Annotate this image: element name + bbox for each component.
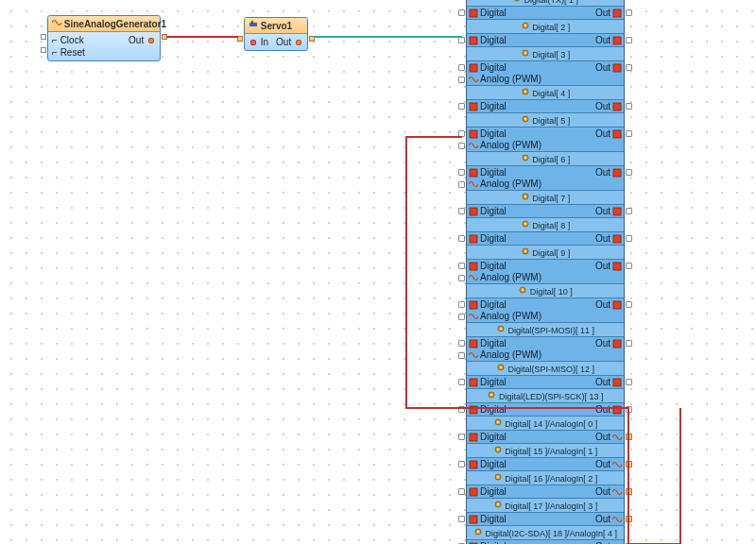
board-port[interactable] xyxy=(626,488,632,495)
pin-row[interactable]: DigitalOut xyxy=(467,375,624,388)
pin-row[interactable]: DigitalOut xyxy=(467,33,624,46)
board-port[interactable] xyxy=(458,103,465,110)
svg-rect-28 xyxy=(470,208,477,215)
board-port[interactable] xyxy=(458,461,465,468)
svg-rect-44 xyxy=(470,340,477,348)
board-port[interactable] xyxy=(626,379,632,385)
board-port[interactable] xyxy=(458,37,465,43)
board-port[interactable] xyxy=(458,76,465,83)
arduino-board-pins[interactable]: Digital(TX)[ 1 ] DigitalOut Digital[ 2 ]… xyxy=(466,0,625,544)
board-port[interactable] xyxy=(626,434,632,440)
reset-port[interactable] xyxy=(41,47,46,53)
board-port[interactable] xyxy=(458,314,465,320)
board-port[interactable] xyxy=(626,208,632,214)
pin-row[interactable]: DigitalOut xyxy=(467,457,624,470)
board-port[interactable] xyxy=(458,169,465,176)
board-port[interactable] xyxy=(458,9,465,16)
pin-clock[interactable]: ⌐ Clock xyxy=(52,35,84,45)
board-port[interactable] xyxy=(626,169,632,176)
analog-pwm-row[interactable]: Analog (PWM) xyxy=(467,178,624,190)
board-port[interactable] xyxy=(458,275,465,281)
board-port[interactable] xyxy=(458,181,465,188)
pin-section-title: Digital(SPI-MOSI)[ 11 ] xyxy=(467,322,624,336)
pin-row[interactable]: DigitalOut xyxy=(467,204,624,217)
pin-row[interactable]: DigitalOut xyxy=(467,231,624,245)
pin-out[interactable]: Out xyxy=(276,37,303,47)
analog-pwm-row[interactable]: Analog (PWM) xyxy=(467,272,624,283)
analog-pwm-row[interactable]: Analog (PWM) xyxy=(467,140,624,151)
out-label: Out xyxy=(595,128,610,139)
in-port[interactable] xyxy=(237,36,243,42)
svg-point-7 xyxy=(524,25,526,26)
out-label: Out xyxy=(595,167,610,178)
svg-rect-1 xyxy=(251,21,253,24)
pin-row[interactable]: DigitalOut xyxy=(467,402,624,416)
board-port[interactable] xyxy=(626,64,632,71)
board-port[interactable] xyxy=(626,9,632,16)
digital-label: Digital xyxy=(480,8,507,18)
pin-out[interactable]: Out xyxy=(129,35,156,45)
pin-row[interactable]: DigitalOut Analog (PWM) xyxy=(467,336,624,361)
stop-icon xyxy=(612,300,622,310)
out-port[interactable] xyxy=(309,36,315,42)
wave-icon xyxy=(469,312,478,321)
pin-row[interactable]: DigitalOut Analog (PWM) xyxy=(467,259,624,283)
analog-pwm-row[interactable]: Analog (PWM) xyxy=(467,349,624,361)
pin-row[interactable]: DigitalOut Analog (PWM) xyxy=(467,298,624,322)
board-port[interactable] xyxy=(626,130,632,137)
board-port[interactable] xyxy=(626,235,632,242)
pin-row[interactable]: DigitalOut Analog (PWM) xyxy=(467,127,624,151)
pin-row[interactable]: DigitalOut Analog (PWM) xyxy=(467,60,624,85)
board-port[interactable] xyxy=(626,340,632,347)
pin-reset[interactable]: ⌐ Reset xyxy=(52,47,85,58)
stop-icon xyxy=(469,378,478,387)
analog-label: Analog (PWM) xyxy=(480,140,541,150)
board-port[interactable] xyxy=(458,488,465,495)
out-label: Out xyxy=(595,514,610,524)
pin-row[interactable]: DigitalOut xyxy=(467,99,624,112)
digital-label: Digital xyxy=(480,35,507,45)
svg-rect-29 xyxy=(613,208,621,215)
sine-analog-generator-node[interactable]: SineAnalogGenerator1 ⌐ Clock Out ⌐ Reset xyxy=(47,15,161,61)
gear-icon xyxy=(473,527,483,536)
board-port[interactable] xyxy=(458,208,465,214)
analog-label: Analog (PWM) xyxy=(480,178,541,189)
clock-port[interactable] xyxy=(41,34,46,40)
board-port[interactable] xyxy=(626,301,632,308)
board-port[interactable] xyxy=(458,434,465,440)
board-port[interactable] xyxy=(458,516,465,522)
board-port[interactable] xyxy=(458,235,465,242)
pin-row[interactable]: DigitalOut xyxy=(467,512,624,525)
pin-row[interactable]: DigitalOut xyxy=(467,6,624,19)
board-port[interactable] xyxy=(458,263,465,269)
board-port[interactable] xyxy=(458,379,465,385)
board-port[interactable] xyxy=(626,461,632,468)
board-port[interactable] xyxy=(458,130,465,137)
stop-icon xyxy=(612,405,622,415)
pin-row[interactable]: DigitalOut xyxy=(467,484,624,498)
board-port[interactable] xyxy=(458,64,465,71)
wave-icon xyxy=(469,350,478,360)
board-port[interactable] xyxy=(626,263,632,269)
board-port[interactable] xyxy=(626,37,632,43)
board-port[interactable] xyxy=(626,516,632,522)
board-port[interactable] xyxy=(458,352,465,359)
board-port[interactable] xyxy=(458,340,465,347)
servo-node[interactable]: Servo1 In Out xyxy=(244,17,308,51)
svg-point-43 xyxy=(500,328,502,330)
board-port[interactable] xyxy=(458,406,465,413)
pin-row[interactable]: DigitalOut xyxy=(467,430,624,443)
analog-pwm-row[interactable]: Analog (PWM) xyxy=(467,311,624,322)
out-port[interactable] xyxy=(162,34,167,40)
analog-pwm-row[interactable]: Analog (PWM) xyxy=(467,74,624,85)
svg-rect-33 xyxy=(613,235,621,243)
board-port[interactable] xyxy=(458,301,465,308)
board-port[interactable] xyxy=(458,143,465,149)
node-title: Servo1 xyxy=(245,18,307,34)
gear-icon xyxy=(521,48,530,58)
board-port[interactable] xyxy=(626,103,632,110)
pin-row[interactable]: DigitalOut xyxy=(467,539,624,544)
board-port[interactable] xyxy=(626,406,632,413)
pin-row[interactable]: DigitalOut Analog (PWM) xyxy=(467,165,624,190)
pin-in[interactable]: In xyxy=(249,37,268,47)
